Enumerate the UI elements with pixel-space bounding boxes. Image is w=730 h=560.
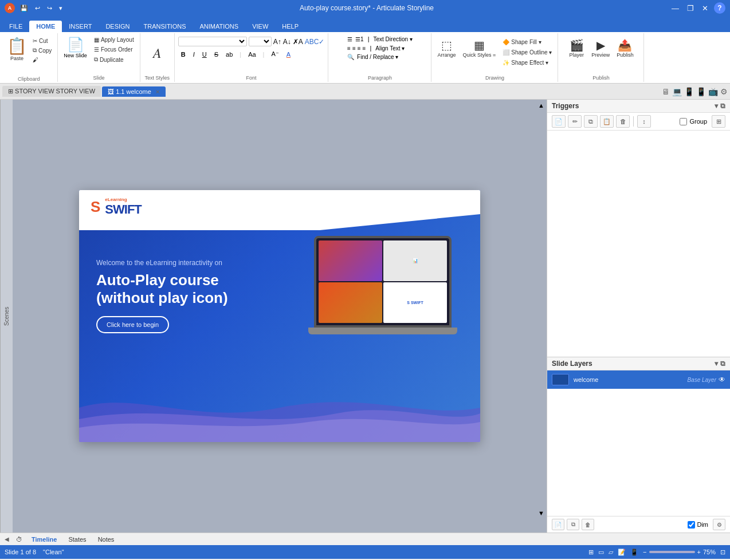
zoom-out-btn[interactable]: − — [643, 549, 646, 555]
arrange-button[interactable]: ⬚ Arrange — [435, 37, 458, 60]
tablet-layout-icon[interactable]: 📱 — [684, 87, 694, 96]
dim-checkbox[interactable] — [688, 521, 695, 529]
layer-new-btn[interactable]: 📄 — [552, 519, 564, 530]
shape-effect-button[interactable]: ✨ Shape Effect ▾ — [500, 58, 554, 67]
trigger-copy-btn[interactable]: ⧉ — [584, 115, 598, 128]
timeline-scroll-left[interactable]: ◀ — [5, 536, 9, 542]
zoom-slider[interactable] — [649, 551, 695, 553]
find-replace-label[interactable]: Find / Replace ▾ — [357, 54, 398, 60]
quick-styles-button[interactable]: ▦ Quick Styles = — [460, 37, 498, 60]
grid-view-icon[interactable]: ⊞ — [588, 549, 594, 556]
subscript-button[interactable]: ab — [223, 50, 236, 59]
notes-tab[interactable]: Notes — [96, 535, 117, 544]
story-view-tab[interactable]: ⊞ STORY VIEW STORY VIEW — [2, 86, 101, 97]
redo-btn[interactable]: ↪ — [45, 4, 54, 13]
states-tab[interactable]: States — [66, 535, 88, 544]
apply-layout-button[interactable]: ▦ Apply Layout — [92, 36, 136, 44]
single-view-icon[interactable]: ▭ — [598, 549, 604, 556]
tv-layout-icon[interactable]: 📺 — [708, 87, 718, 96]
layer-delete-btn[interactable]: 🗑 — [582, 519, 594, 530]
duplicate-button[interactable]: ⧉ Duplicate — [92, 55, 136, 64]
tab-insert[interactable]: INSERT — [62, 21, 99, 32]
welcome-tab-close[interactable]: ✕ — [155, 89, 160, 95]
apply-layout-label: Apply Layout — [101, 37, 134, 43]
align-center-icon[interactable]: ≡ — [352, 45, 356, 52]
italic-button[interactable]: I — [190, 50, 198, 59]
focus-order-button[interactable]: ☰ Focus Order — [92, 45, 136, 54]
player-button[interactable]: 🎬 Player — [566, 37, 587, 60]
slide-cta-button[interactable]: Click here to begin — [96, 316, 169, 333]
paste-button[interactable]: 📋 Paste — [3, 34, 30, 64]
format-painter-button[interactable]: 🖌 — [30, 56, 54, 64]
shape-fill-button[interactable]: 🔶 Shape Fill ▾ — [500, 38, 554, 46]
shape-outline-button[interactable]: ⬜ Shape Outline ▾ — [500, 48, 554, 57]
layers-collapse-btn[interactable]: ▾ — [715, 360, 718, 368]
timeline-tab[interactable]: Timeline — [29, 535, 59, 544]
save-btn[interactable]: 💾 — [18, 4, 30, 13]
font-color-button[interactable]: A — [284, 50, 293, 59]
settings-layout-icon[interactable]: ⚙ — [720, 87, 728, 96]
align-left-icon[interactable]: ≡ — [347, 45, 351, 52]
restore-btn[interactable]: ❐ — [685, 3, 696, 14]
font-family-select[interactable] — [178, 37, 247, 46]
layers-popout-btn[interactable]: ⧉ — [720, 360, 725, 368]
tab-file[interactable]: FILE — [2, 21, 29, 32]
align-text-label[interactable]: Align Text ▾ — [375, 45, 405, 52]
tab-help[interactable]: HELP — [275, 21, 305, 32]
phone-layout-icon[interactable]: 📱 — [696, 87, 706, 96]
trigger-panel-btn[interactable]: ⊞ — [712, 115, 725, 128]
trigger-delete-btn[interactable]: 🗑 — [616, 115, 630, 128]
laptop-cell-2-content: 📊 — [410, 256, 421, 266]
minimize-btn[interactable]: — — [669, 3, 681, 14]
help-btn[interactable]: ? — [714, 2, 725, 14]
welcome-tab[interactable]: 🖼 1.1 welcome ✕ — [102, 86, 166, 97]
clear-formatting-btn[interactable]: ✗A — [293, 38, 303, 46]
notes-view-icon[interactable]: 📝 — [618, 549, 626, 556]
trigger-new-btn[interactable]: 📄 — [552, 115, 566, 128]
font-size-select[interactable] — [249, 37, 272, 46]
align-right-icon[interactable]: ≡ — [358, 45, 361, 52]
shadow-button[interactable]: A⁻ — [268, 49, 281, 59]
trigger-paste-btn[interactable]: 📋 — [600, 115, 614, 128]
layer-visibility-icon[interactable]: 👁 — [719, 376, 725, 384]
zoom-in-btn[interactable]: + — [697, 549, 701, 555]
bold-button[interactable]: B — [178, 50, 189, 59]
laptop-layout-icon[interactable]: 💻 — [672, 87, 682, 96]
scroll-up-btn[interactable]: ▲ — [538, 102, 544, 109]
triggers-collapse-btn[interactable]: ▾ — [715, 102, 718, 110]
copy-button[interactable]: ⧉ Copy — [30, 46, 54, 55]
trigger-edit-btn[interactable]: ✏ — [568, 115, 582, 128]
cut-button[interactable]: ✂ Cut — [30, 37, 54, 45]
justify-icon[interactable]: ≡ — [363, 45, 366, 52]
scenes-panel[interactable]: Scenes — [0, 100, 13, 533]
qat-more-btn[interactable]: ▾ — [57, 4, 64, 13]
triggers-popout-btn[interactable]: ⧉ — [720, 102, 725, 110]
split-view-icon[interactable]: ▱ — [609, 549, 613, 556]
spell-check-icon[interactable]: ABC✓ — [305, 38, 325, 46]
new-slide-button[interactable]: 📄 New Slide — [61, 34, 89, 61]
fit-view-icon[interactable]: ⊡ — [720, 549, 725, 556]
text-case-button[interactable]: Aa — [245, 50, 258, 59]
strikethrough-button[interactable]: S — [211, 50, 221, 59]
tab-design[interactable]: DESIGN — [99, 21, 136, 32]
trigger-move-btn[interactable]: ↕ — [637, 115, 651, 128]
preview-button[interactable]: ▶ Preview — [589, 37, 612, 60]
layer-copy-btn[interactable]: ⧉ — [567, 519, 579, 530]
close-btn[interactable]: ✕ — [700, 3, 711, 14]
group-checkbox[interactable] — [680, 118, 687, 125]
tab-animations[interactable]: ANIMATIONS — [193, 21, 246, 32]
mobile-view-icon[interactable]: 📱 — [630, 549, 638, 556]
font-size-increase[interactable]: A↑ — [273, 38, 281, 46]
layer-settings-btn[interactable]: ⚙ — [713, 519, 725, 530]
undo-btn[interactable]: ↩ — [33, 4, 42, 13]
scroll-down-btn[interactable]: ▼ — [538, 510, 544, 516]
tab-view[interactable]: VIEW — [245, 21, 275, 32]
underline-button[interactable]: U — [199, 50, 210, 59]
tab-home[interactable]: HOME — [29, 21, 62, 32]
text-styles-button[interactable]: 𝐴 — [147, 45, 167, 62]
font-size-decrease[interactable]: A↓ — [283, 38, 291, 46]
layer-item[interactable]: welcome Base Layer 👁 — [547, 370, 730, 389]
publish-button[interactable]: 📤 Publish — [614, 37, 636, 60]
tab-transitions[interactable]: TRANSITIONS — [137, 21, 193, 32]
desktop-layout-icon[interactable]: 🖥 — [662, 87, 670, 96]
